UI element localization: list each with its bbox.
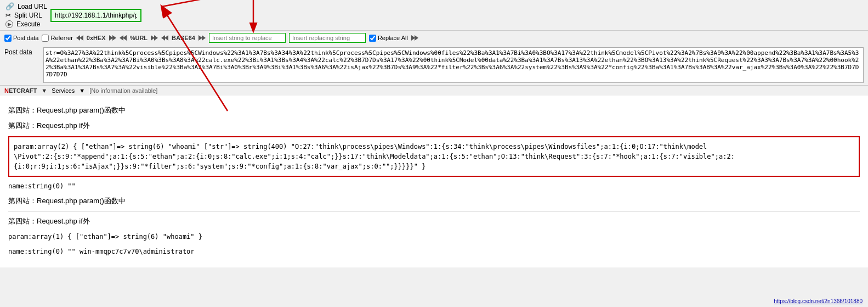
execute-label[interactable]: Execute xyxy=(16,20,40,28)
name-line-1: name:string(0) "" xyxy=(8,181,860,192)
url-enc-label[interactable]: %URL xyxy=(130,35,147,41)
base64-label[interactable]: BASE64 xyxy=(172,35,195,41)
section1-title: 第四站：Request.php param()函数中 xyxy=(8,105,860,115)
netcraft-rest: ETCRAFT xyxy=(9,87,37,94)
param-box-line2: \Pivot":2:{s:9:"*append";a:1:{s:5:"ethan… xyxy=(14,152,854,161)
url-arrow-right2 xyxy=(154,35,158,41)
param-box-line3: {i:0;r:9;i:1;s:6:"isAjax";}}s:9:"*filter… xyxy=(14,161,854,171)
execute-icon[interactable]: ▶ xyxy=(5,20,13,28)
base64-arrow-right2 xyxy=(202,35,206,41)
netcraft-logo-text: NETCRAFT xyxy=(4,87,37,94)
referrer-checkbox-label[interactable]: Referrer xyxy=(42,35,72,42)
url-arrow-left2 xyxy=(123,35,127,41)
insert-replacing-input[interactable] xyxy=(289,33,366,43)
url-input[interactable] xyxy=(50,9,141,22)
separator-dot: ▼ xyxy=(41,87,47,94)
insert-string-input[interactable] xyxy=(209,33,286,43)
replace-all-text: Replace All xyxy=(378,35,408,41)
replace-all-label[interactable]: Replace All xyxy=(369,35,408,42)
netcraft-n: N xyxy=(4,87,9,94)
param-box-line1: param:array(2) { ["ethan"]=> string(6) "… xyxy=(14,142,854,152)
post-data-checkbox[interactable] xyxy=(4,35,12,42)
base64-arrow-group: BASE64 xyxy=(161,35,206,41)
url-arrow-group: %URL xyxy=(120,35,158,41)
referrer-checkbox[interactable] xyxy=(42,35,49,42)
netcraft-logo: NETCRAFT xyxy=(4,87,37,94)
post-data-checkbox-label[interactable]: Post data xyxy=(4,35,38,42)
section4-title: 第四站：Request.php if外 xyxy=(8,216,860,226)
split-url-row: ✂ Split URL xyxy=(5,12,47,19)
hex-arrow-group: 0xHEX xyxy=(76,35,116,41)
top-toolbar: 🔗 Load URL ✂ Split URL ▶ Execute xyxy=(0,0,868,30)
section3-title: 第四站：Request.php param()函数中 xyxy=(8,196,860,206)
no-info-label: [No information available] xyxy=(89,87,157,94)
final-arrow-group xyxy=(411,35,418,41)
hex-arrow-left2 xyxy=(80,35,83,41)
hex-arrow-right2 xyxy=(112,35,116,41)
chain-icon: 🔗 xyxy=(5,2,14,10)
divider xyxy=(8,211,860,212)
main-content: 第四站：Request.php param()函数中 第四站：Request.p… xyxy=(0,96,868,267)
split-url-label[interactable]: Split URL xyxy=(14,12,42,19)
services-button[interactable]: Services xyxy=(52,87,75,94)
content-with-arrow: 第四站：Request.php param()函数中 第四站：Request.p… xyxy=(8,105,860,258)
final-arrow-right2 xyxy=(415,35,418,41)
scissors-icon: ✂ xyxy=(5,12,11,19)
app-container: 🔗 Load URL ✂ Split URL ▶ Execute xyxy=(0,0,868,267)
action-rows: 🔗 Load URL ✂ Split URL ▶ Execute xyxy=(4,2,47,28)
url-row: 🔗 Load URL ✂ Split URL ▶ Execute xyxy=(4,2,864,28)
base64-arrow-left2 xyxy=(164,35,168,41)
execute-row: ▶ Execute xyxy=(5,20,47,28)
post-data-ctrl-label: Post data xyxy=(13,35,38,41)
services-arrow: ▼ xyxy=(79,87,85,94)
load-url-label[interactable]: Load URL xyxy=(18,3,47,10)
section2-title: 第四站：Request.php if外 xyxy=(8,121,860,131)
referrer-label: Referrer xyxy=(50,35,72,41)
hex-label[interactable]: 0xHEX xyxy=(87,35,106,41)
post-data-textarea[interactable]: str=O%3A27%3A%22think%5Cprocess%5Cpipes%… xyxy=(43,47,864,83)
name2-line: name:string(0) "" win-mmqpc7c7v70\admini… xyxy=(8,247,860,257)
param-box-1: param:array(2) { ["ethan"]=> string(6) "… xyxy=(8,136,860,177)
controls-bar: Post data Referrer 0xHEX %URL BASE64 xyxy=(0,30,868,45)
post-data-label: Post data xyxy=(4,47,40,56)
replace-all-checkbox[interactable] xyxy=(369,35,376,42)
url-container xyxy=(50,9,864,22)
post-data-section: Post data str=O%3A27%3A%22think%5Cproces… xyxy=(0,45,868,85)
param2-line1: param:array(1) { ["ethan"]=> string(6) "… xyxy=(8,232,860,242)
load-url-row: 🔗 Load URL xyxy=(5,2,47,10)
netcraft-bar: NETCRAFT ▼ Services ▼ [No information av… xyxy=(0,85,868,96)
